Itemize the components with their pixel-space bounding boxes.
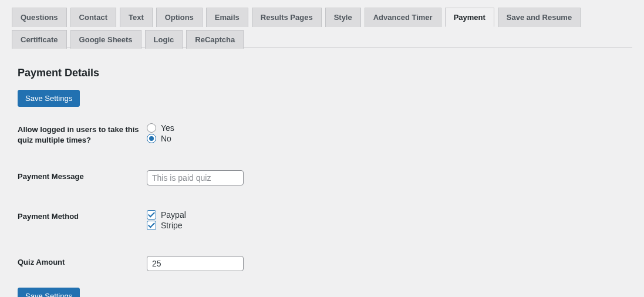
field-payment-method: Paypal Stripe [147, 210, 632, 231]
tab-google-sheets[interactable]: Google Sheets [70, 30, 141, 49]
tab-recaptcha[interactable]: ReCaptcha [186, 30, 244, 49]
tab-advanced-timer[interactable]: Advanced Timer [365, 8, 441, 27]
tab-style[interactable]: Style [325, 8, 361, 27]
radio-no-label: No [161, 134, 171, 143]
tab-options[interactable]: Options [156, 8, 203, 27]
save-button-top[interactable]: Save Settings [18, 90, 80, 107]
input-payment-message[interactable] [147, 170, 244, 185]
radio-option-yes[interactable]: Yes [147, 123, 632, 133]
row-quiz-amount: Quiz Amount [18, 256, 632, 271]
tab-text[interactable]: Text [120, 8, 153, 27]
checkbox-stripe[interactable] [147, 221, 156, 230]
radio-yes[interactable] [147, 123, 156, 133]
tab-nav: Questions Contact Text Options Emails Re… [12, 7, 632, 48]
tab-payment[interactable]: Payment [445, 8, 494, 27]
checkbox-paypal[interactable] [147, 210, 156, 220]
label-payment-method: Payment Method [18, 210, 147, 222]
checkbox-option-stripe[interactable]: Stripe [147, 221, 632, 230]
tab-results-pages[interactable]: Results Pages [252, 8, 322, 27]
row-allow-multiple: Allow logged in users to take this quiz … [18, 123, 632, 146]
checkbox-stripe-label: Stripe [161, 221, 183, 230]
tab-certificate[interactable]: Certificate [12, 30, 67, 49]
radio-yes-label: Yes [161, 123, 174, 133]
row-payment-method: Payment Method Paypal Stripe [18, 210, 632, 231]
checkbox-paypal-label: Paypal [161, 210, 186, 220]
label-allow-multiple: Allow logged in users to take this quiz … [18, 123, 147, 146]
save-button-bottom[interactable]: Save Settings [18, 288, 80, 297]
label-quiz-amount: Quiz Amount [18, 256, 147, 268]
page-wrap: Questions Contact Text Options Emails Re… [0, 0, 644, 297]
tab-questions[interactable]: Questions [12, 8, 67, 27]
tab-contact[interactable]: Contact [70, 8, 116, 27]
tab-logic[interactable]: Logic [145, 30, 183, 49]
page-title: Payment Details [18, 67, 632, 79]
label-payment-message: Payment Message [18, 170, 147, 182]
input-quiz-amount[interactable] [147, 256, 244, 271]
row-payment-message: Payment Message [18, 170, 632, 185]
field-quiz-amount [147, 256, 632, 271]
field-payment-message [147, 170, 632, 185]
field-allow-multiple: Yes No [147, 123, 632, 144]
radio-no[interactable] [147, 134, 156, 143]
tab-emails[interactable]: Emails [206, 8, 248, 27]
form-area: Allow logged in users to take this quiz … [18, 123, 632, 297]
radio-option-no[interactable]: No [147, 134, 632, 143]
tab-save-resume[interactable]: Save and Resume [498, 8, 581, 27]
checkbox-option-paypal[interactable]: Paypal [147, 210, 632, 220]
